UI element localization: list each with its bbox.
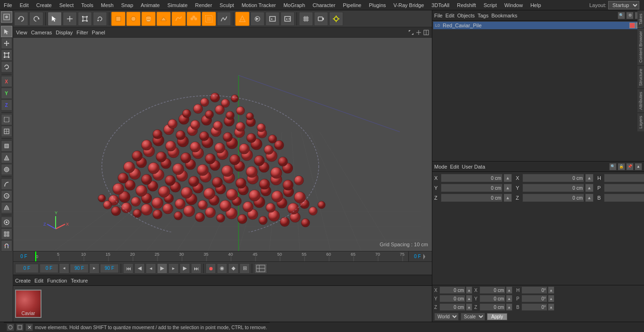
caviar-material[interactable]: Caviar bbox=[15, 290, 41, 318]
mat-menu-function[interactable]: Function bbox=[47, 278, 67, 283]
vp-expand-icon[interactable] bbox=[408, 30, 414, 35]
attr-search-icon[interactable]: 🔍 bbox=[609, 163, 617, 170]
render-btn[interactable] bbox=[250, 12, 264, 26]
rot-p-input[interactable]: 0° bbox=[604, 184, 644, 192]
menu-edit[interactable]: Edit bbox=[16, 1, 33, 9]
axis-z-btn[interactable]: Z bbox=[1, 99, 12, 111]
timeline-view-btn[interactable] bbox=[254, 263, 267, 274]
scale-mode-btn[interactable] bbox=[78, 12, 92, 26]
menu-redshift[interactable]: Redshift bbox=[453, 1, 479, 9]
cb-z-arrow[interactable]: ▲ bbox=[466, 303, 472, 311]
size-y-arrow[interactable]: ▲ bbox=[585, 184, 594, 192]
start-frame-input[interactable]: 0 F bbox=[40, 264, 58, 273]
deformer-btn[interactable] bbox=[172, 12, 186, 26]
increase-end-btn[interactable]: ► bbox=[89, 263, 99, 274]
light-toggle-btn[interactable] bbox=[329, 12, 343, 26]
cb-h-input[interactable]: 0° bbox=[521, 286, 547, 294]
pos-x-input[interactable]: 0 cm bbox=[441, 174, 503, 182]
move-tool[interactable] bbox=[1, 38, 12, 49]
apply-button[interactable]: Apply bbox=[487, 313, 507, 320]
cube-btn[interactable] bbox=[111, 12, 125, 26]
vp-menu-panel[interactable]: Panel bbox=[92, 30, 105, 35]
cb-y-arrow[interactable]: ▲ bbox=[466, 295, 472, 302]
field-btn[interactable] bbox=[202, 12, 216, 26]
cb-p-input[interactable]: 0° bbox=[521, 295, 547, 302]
rot-b-input[interactable]: 0° bbox=[604, 194, 644, 202]
end-frame-input[interactable]: 90 F bbox=[70, 264, 89, 273]
mat-menu-texture[interactable]: Texture bbox=[71, 278, 88, 283]
menu-tools[interactable]: Tools bbox=[77, 1, 97, 9]
vp-menu-cameras[interactable]: Cameras bbox=[31, 30, 52, 35]
camera-toggle-btn[interactable] bbox=[314, 12, 328, 26]
vp-layout-icon[interactable] bbox=[423, 30, 429, 35]
menu-mesh[interactable]: Mesh bbox=[97, 1, 117, 9]
auto-key-btn[interactable]: ◉ bbox=[217, 263, 227, 274]
magnet-btn[interactable] bbox=[1, 240, 12, 251]
attr-pin-icon[interactable]: 📌 bbox=[626, 163, 634, 170]
redo-btn[interactable] bbox=[29, 12, 43, 26]
size-x-input[interactable]: 0° bbox=[522, 174, 584, 182]
tab-structure[interactable]: Structure bbox=[637, 65, 644, 89]
menu-animate[interactable]: Animate bbox=[137, 1, 164, 9]
sculpt-btn[interactable] bbox=[1, 202, 12, 213]
size-y-input[interactable]: 0° bbox=[522, 184, 584, 192]
pos-y-input[interactable]: 0 cm bbox=[441, 184, 503, 192]
pos-z-input[interactable]: 0 cm bbox=[441, 194, 503, 202]
frame-arrow[interactable] bbox=[422, 253, 427, 260]
cb-y-input[interactable]: 0 cm bbox=[439, 295, 465, 302]
menu-mograph[interactable]: MoGraph bbox=[280, 1, 309, 9]
next-frame-btn[interactable]: ▶ bbox=[180, 263, 190, 274]
menu-render[interactable]: Render bbox=[191, 1, 216, 9]
poly-select-btn[interactable] bbox=[1, 114, 12, 125]
current-frame-input[interactable]: 0 F bbox=[15, 264, 39, 273]
cb-z2-arrow[interactable]: ▲ bbox=[506, 303, 512, 311]
cb-z-input[interactable]: 0 cm bbox=[439, 303, 465, 311]
menu-vray[interactable]: V-Ray Bridge bbox=[390, 1, 428, 9]
axis-y-btn[interactable]: Y bbox=[1, 88, 12, 99]
obj-btn[interactable] bbox=[1, 140, 12, 152]
menu-character[interactable]: Character bbox=[309, 1, 339, 9]
layout-selector[interactable]: Startup bbox=[608, 1, 639, 9]
obj-menu-objects[interactable]: Objects bbox=[457, 13, 475, 18]
cb-x2-arrow[interactable]: ▲ bbox=[506, 286, 512, 294]
size-z-arrow[interactable]: ▲ bbox=[585, 194, 594, 202]
prev-keyframe-btn[interactable]: ◄ bbox=[146, 263, 156, 274]
cb-h-arrow[interactable]: ▲ bbox=[548, 286, 554, 294]
status-icon-3[interactable]: ✕ bbox=[25, 324, 33, 331]
obj-settings-icon[interactable]: ⚙ bbox=[626, 12, 634, 19]
record-btn[interactable]: ⏺ bbox=[206, 263, 216, 274]
rot-h-input[interactable]: 0° bbox=[604, 174, 644, 182]
play-btn[interactable]: ▶ bbox=[157, 263, 167, 274]
grid-btn[interactable] bbox=[1, 228, 12, 240]
cb-z2-input[interactable]: 0 cm bbox=[479, 303, 505, 311]
cb-x-input[interactable]: 0 cm bbox=[439, 286, 465, 294]
attr-maximize-icon[interactable]: ▲ bbox=[635, 163, 642, 170]
tool-mode-btn[interactable] bbox=[1, 11, 12, 23]
scale-tool[interactable] bbox=[1, 49, 12, 61]
attr-menu-mode[interactable]: Mode bbox=[434, 164, 447, 170]
cb-x-arrow[interactable]: ▲ bbox=[466, 286, 472, 294]
bend-btn[interactable] bbox=[1, 178, 12, 190]
menu-snap[interactable]: Snap bbox=[117, 1, 137, 9]
pos-x-arrow[interactable]: ▲ bbox=[504, 174, 512, 182]
attr-lock-icon[interactable]: 🔒 bbox=[618, 163, 625, 170]
cb-x2-input[interactable]: 0 cm bbox=[479, 286, 505, 294]
cloner-btn[interactable] bbox=[187, 12, 201, 26]
go-to-start-btn[interactable]: ⏮ bbox=[123, 263, 133, 274]
playback-config-btn[interactable]: ⊞ bbox=[239, 263, 250, 274]
pos-z-arrow[interactable]: ▲ bbox=[504, 194, 512, 202]
vp-menu-display[interactable]: Display bbox=[56, 30, 73, 35]
cb-b-input[interactable]: 0° bbox=[521, 303, 547, 311]
paint-btn[interactable] bbox=[1, 217, 12, 228]
obj-menu-bookmarks[interactable]: Bookmarks bbox=[491, 13, 517, 18]
tab-content-browser[interactable]: Content Browser bbox=[637, 28, 644, 65]
spline-btn[interactable] bbox=[217, 12, 231, 26]
next-keyframe-btn[interactable]: ► bbox=[168, 263, 179, 274]
mat-menu-create[interactable]: Create bbox=[15, 278, 31, 283]
vp-menu-view[interactable]: View bbox=[16, 30, 27, 35]
obj-menu-edit[interactable]: Edit bbox=[446, 13, 454, 18]
obj3-btn[interactable] bbox=[1, 164, 12, 175]
size-z-input[interactable]: 0° bbox=[522, 194, 584, 202]
cb-y2-arrow[interactable]: ▲ bbox=[506, 295, 512, 302]
renderqueue-btn[interactable] bbox=[281, 12, 295, 26]
